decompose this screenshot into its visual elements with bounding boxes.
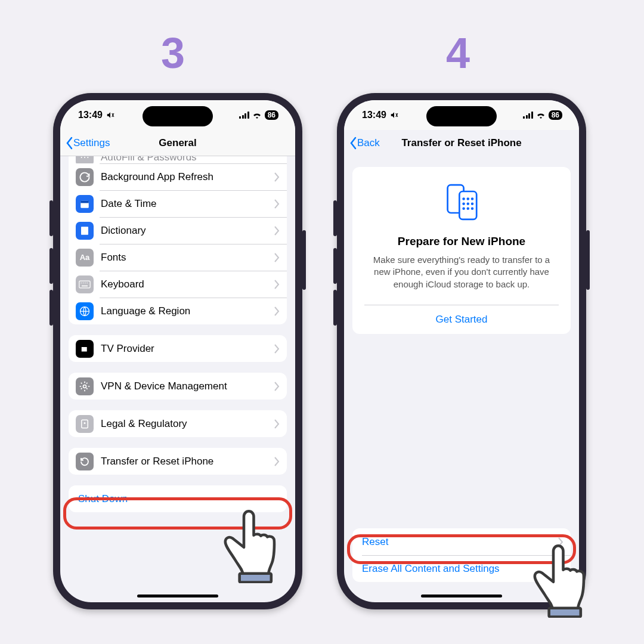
cellular-signal-icon [239, 112, 249, 119]
globe-icon [76, 302, 94, 320]
battery-indicator: 86 [549, 110, 562, 120]
get-started-button[interactable]: Get Started [364, 305, 559, 334]
dynamic-island [143, 106, 213, 126]
row-label: TV Provider [101, 343, 274, 355]
svg-point-9 [86, 282, 88, 283]
chevron-right-icon [274, 252, 280, 263]
calendar-icon [76, 195, 94, 213]
chevron-right-icon [274, 381, 280, 392]
row-fonts[interactable]: Aa Fonts [69, 244, 287, 271]
row-label: Date & Time [101, 198, 274, 210]
transfer-devices-icon [364, 182, 559, 224]
chevron-right-icon [274, 419, 280, 429]
svg-point-26 [462, 208, 465, 210]
row-language-region[interactable]: Language & Region [69, 298, 287, 324]
svg-rect-15 [240, 574, 271, 583]
svg-rect-19 [459, 191, 476, 219]
home-indicator[interactable] [421, 595, 502, 597]
row-label: Transfer or Reset iPhone [101, 456, 274, 467]
svg-point-21 [467, 197, 470, 200]
home-indicator[interactable] [137, 595, 218, 597]
settings-group-tv: TV Provider [69, 335, 287, 362]
row-label: Legal & Regulatory [101, 418, 274, 430]
dynamic-island [426, 106, 497, 126]
settings-group-legal: Legal & Regulatory [69, 410, 287, 437]
phone-frame-step-4: 13:49 86 Back Transfer or Reset iPhone [337, 93, 586, 609]
settings-group-vpn: VPN & Device Management [69, 373, 287, 400]
autofill-icon: ⋯ [76, 156, 94, 163]
svg-point-22 [471, 197, 474, 200]
svg-rect-5 [79, 281, 90, 288]
row-label: Shut Down [78, 493, 280, 505]
row-vpn[interactable]: VPN & Device Management [69, 373, 287, 400]
keyboard-icon [76, 275, 94, 293]
pointer-hand-icon [218, 507, 283, 583]
settings-group-1: ⋯ AutoFill & Passwords Background App Re… [69, 156, 287, 324]
row-label: Background App Refresh [101, 171, 274, 183]
row-transfer-reset[interactable]: Transfer or Reset iPhone [69, 448, 287, 475]
settings-group-transfer: Transfer or Reset iPhone [69, 448, 287, 475]
svg-point-8 [85, 282, 86, 283]
svg-point-23 [462, 202, 465, 205]
svg-point-27 [467, 208, 470, 210]
svg-point-6 [80, 282, 82, 283]
svg-point-24 [467, 202, 470, 205]
row-label: Keyboard [101, 278, 274, 290]
back-button[interactable]: Settings [65, 137, 110, 150]
svg-rect-3 [80, 200, 89, 203]
svg-point-12 [83, 385, 86, 388]
navigation-bar: Back Transfer or Reset iPhone [344, 130, 579, 156]
row-date-time[interactable]: Date & Time [69, 190, 287, 217]
page-title: Transfer or Reset iPhone [401, 137, 521, 149]
step-number-3: 3 [161, 29, 185, 78]
book-icon [76, 222, 94, 240]
svg-rect-10 [82, 285, 88, 286]
prepare-title: Prepare for New iPhone [364, 235, 559, 248]
fonts-icon: Aa [76, 249, 94, 267]
row-label: Language & Region [101, 305, 274, 317]
row-label: Fonts [101, 252, 274, 264]
wifi-icon [536, 112, 546, 119]
row-legal[interactable]: Legal & Regulatory [69, 410, 287, 437]
wifi-icon [252, 112, 262, 119]
back-label: Back [357, 137, 380, 149]
phone-screen: 13:49 86 Back Transfer or Reset iPhone [344, 100, 579, 602]
status-time: 13:49 [362, 110, 386, 120]
svg-rect-4 [81, 227, 88, 235]
svg-point-7 [83, 282, 84, 283]
chevron-left-icon [65, 137, 73, 150]
certificate-icon [76, 415, 94, 433]
pointer-hand-icon [527, 541, 593, 618]
chevron-right-icon [274, 172, 280, 182]
chevron-right-icon [274, 456, 280, 467]
transfer-reset-content[interactable]: Prepare for New iPhone Make sure everyth… [344, 156, 579, 602]
row-label: AutoFill & Passwords [101, 156, 280, 163]
svg-point-25 [471, 202, 474, 205]
chevron-right-icon [274, 343, 280, 354]
chevron-right-icon [274, 225, 280, 236]
row-keyboard[interactable]: Keyboard [69, 271, 287, 298]
tv-icon [76, 340, 94, 358]
chevron-left-icon [349, 137, 357, 150]
svg-point-14 [84, 422, 86, 424]
reset-icon [76, 453, 94, 470]
row-autofill[interactable]: ⋯ AutoFill & Passwords [69, 156, 287, 163]
refresh-icon [76, 168, 94, 186]
svg-point-20 [462, 197, 465, 200]
svg-point-28 [471, 208, 474, 210]
row-label: VPN & Device Management [101, 380, 274, 392]
row-label: Dictionary [101, 225, 274, 237]
row-tv-provider[interactable]: TV Provider [69, 335, 287, 362]
cellular-signal-icon [523, 112, 533, 119]
row-background-refresh[interactable]: Background App Refresh [69, 163, 287, 190]
step-number-4: 4 [446, 29, 470, 78]
back-label: Settings [73, 137, 110, 149]
navigation-bar: Settings General [60, 130, 295, 156]
row-dictionary[interactable]: Dictionary [69, 217, 287, 244]
prepare-description: Make sure everything's ready to transfer… [364, 254, 559, 290]
page-title: General [159, 137, 196, 149]
chevron-right-icon [274, 199, 280, 209]
battery-indicator: 86 [265, 110, 278, 120]
back-button[interactable]: Back [349, 137, 380, 150]
gear-icon [76, 377, 94, 395]
